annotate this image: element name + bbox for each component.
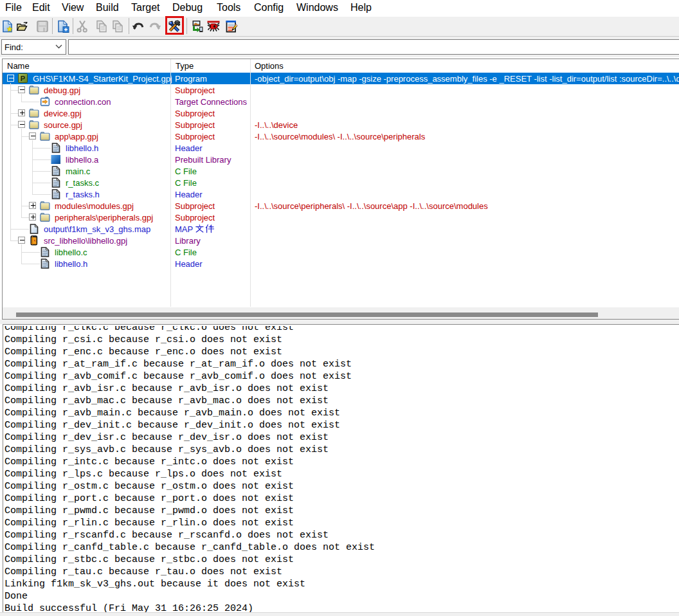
svg-text:P: P xyxy=(21,75,25,82)
